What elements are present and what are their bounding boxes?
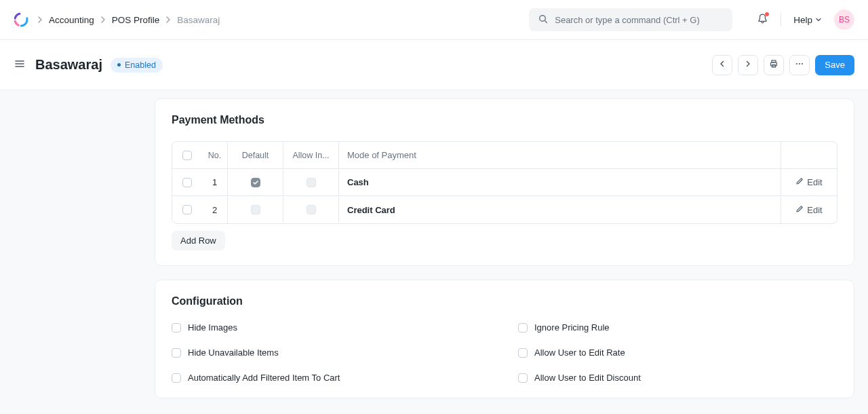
page-title: Basawaraj <box>35 57 102 73</box>
row-no: 1 <box>202 169 228 195</box>
svg-rect-9 <box>771 62 777 66</box>
status-label: Enabled <box>125 60 156 70</box>
table-row[interactable]: 1 Cash Edit <box>172 169 837 196</box>
allow-checkbox[interactable] <box>307 178 316 187</box>
chevron-left-icon <box>718 60 726 70</box>
column-default: Default <box>228 143 283 168</box>
prev-record-button[interactable] <box>712 55 732 75</box>
search-icon <box>538 14 548 26</box>
chevron-right-icon <box>37 16 43 23</box>
config-checkbox[interactable] <box>172 323 181 333</box>
pencil-icon <box>795 205 804 215</box>
config-label: Hide Images <box>188 322 237 333</box>
config-label: Allow User to Edit Discount <box>534 373 641 383</box>
svg-point-11 <box>796 63 797 64</box>
notifications-button[interactable] <box>757 13 768 26</box>
row-allow-cell <box>283 197 339 223</box>
print-button[interactable] <box>764 55 784 75</box>
row-mode: Cash <box>339 169 781 195</box>
row-select-cell <box>172 178 202 187</box>
page-header: Basawaraj Enabled Save <box>0 40 868 90</box>
save-button[interactable]: Save <box>815 55 854 75</box>
row-select-cell <box>172 205 202 214</box>
chevron-right-icon <box>100 16 106 23</box>
top-navbar: Accounting POS Profile Basawaraj Help <box>0 0 868 40</box>
chevron-down-icon <box>815 15 822 25</box>
notification-dot-icon <box>765 12 769 16</box>
config-checkbox[interactable] <box>172 348 181 358</box>
config-checkbox[interactable] <box>518 348 528 358</box>
breadcrumb-current: Basawaraj <box>177 15 220 25</box>
pencil-icon <box>795 177 804 187</box>
breadcrumb-link-pos-profile[interactable]: POS Profile <box>112 15 160 25</box>
config-label: Hide Unavailable Items <box>188 347 279 358</box>
config-item-ignore-pricing[interactable]: Ignore Pricing Rule <box>518 322 837 333</box>
configuration-grid: Hide Images Hide Unavailable Items Autom… <box>172 322 837 383</box>
sidebar-toggle-button[interactable] <box>14 58 26 72</box>
next-record-button[interactable] <box>738 55 758 75</box>
breadcrumb-link-accounting[interactable]: Accounting <box>49 15 94 25</box>
config-label: Allow User to Edit Rate <box>534 347 625 358</box>
payment-methods-title: Payment Methods <box>172 114 837 126</box>
allow-checkbox[interactable] <box>307 205 316 214</box>
config-item-edit-discount[interactable]: Allow User to Edit Discount <box>518 373 837 383</box>
config-item-auto-add-filtered[interactable]: Automatically Add Filtered Item To Cart <box>172 373 491 383</box>
row-mode: Credit Card <box>339 197 781 223</box>
configuration-card: Configuration Hide Images Hide Unavailab… <box>155 280 854 398</box>
hamburger-icon <box>14 58 26 72</box>
more-horizontal-icon <box>795 59 804 71</box>
app-logo-icon[interactable] <box>14 12 28 27</box>
edit-row-button[interactable]: Edit <box>781 205 837 215</box>
config-label: Ignore Pricing Rule <box>534 322 610 333</box>
svg-point-12 <box>799 63 800 64</box>
table-row[interactable]: 2 Credit Card Edit <box>172 196 837 223</box>
row-select-checkbox[interactable] <box>182 205 192 214</box>
avatar[interactable]: BS <box>834 10 854 30</box>
default-checkbox[interactable] <box>251 205 260 214</box>
column-no: No. <box>202 143 228 168</box>
add-row-button[interactable]: Add Row <box>172 231 225 250</box>
config-checkbox[interactable] <box>172 373 181 383</box>
row-default-cell <box>228 170 283 195</box>
search-bar[interactable] <box>529 8 732 31</box>
column-allow: Allow In... <box>283 143 339 168</box>
page-actions: Save <box>712 55 854 75</box>
search-input[interactable] <box>555 15 723 25</box>
select-all-cell <box>172 151 202 160</box>
row-select-checkbox[interactable] <box>182 178 192 187</box>
edit-row-button[interactable]: Edit <box>781 177 837 187</box>
payment-methods-card: Payment Methods No. Default Allow In... … <box>155 98 854 266</box>
config-label: Automatically Add Filtered Item To Cart <box>188 373 340 383</box>
svg-point-13 <box>802 63 803 64</box>
chevron-right-icon <box>744 60 752 70</box>
config-checkbox[interactable] <box>518 373 528 383</box>
svg-line-4 <box>545 20 547 22</box>
edit-label: Edit <box>807 205 822 215</box>
status-badge: Enabled <box>111 58 163 73</box>
table-header-row: No. Default Allow In... Mode of Payment <box>172 142 837 169</box>
config-item-edit-rate[interactable]: Allow User to Edit Rate <box>518 347 837 358</box>
edit-label: Edit <box>807 177 822 187</box>
help-menu[interactable]: Help <box>793 15 822 25</box>
config-item-hide-images[interactable]: Hide Images <box>172 322 491 333</box>
column-mode: Mode of Payment <box>339 142 781 168</box>
row-no: 2 <box>202 197 228 223</box>
more-menu-button[interactable] <box>789 55 810 75</box>
nav-right: Help BS <box>757 10 854 30</box>
chevron-right-icon <box>165 16 172 23</box>
breadcrumb: Accounting POS Profile Basawaraj <box>37 15 521 25</box>
payment-methods-table: No. Default Allow In... Mode of Payment … <box>172 141 837 224</box>
nav-divider <box>781 13 781 26</box>
row-default-cell <box>228 197 283 223</box>
configuration-title: Configuration <box>172 295 837 307</box>
config-checkbox[interactable] <box>518 323 528 333</box>
status-dot-icon <box>117 63 121 67</box>
printer-icon <box>769 59 778 71</box>
config-item-hide-unavailable[interactable]: Hide Unavailable Items <box>172 347 491 358</box>
default-checkbox[interactable] <box>251 178 260 187</box>
content-area: Payment Methods No. Default Allow In... … <box>0 90 868 414</box>
select-all-checkbox[interactable] <box>182 151 192 160</box>
help-label: Help <box>793 15 812 25</box>
row-allow-cell <box>283 170 339 195</box>
